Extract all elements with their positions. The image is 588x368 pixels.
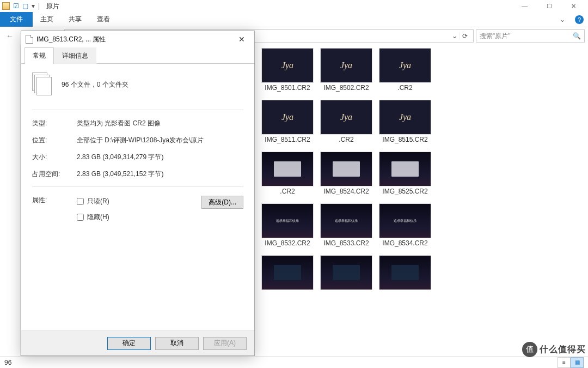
thumbnail: 追求幸福和快乐 [379,203,431,238]
dialog-tabs: 常规 详细信息 [21,47,254,64]
tab-general[interactable]: 常规 [24,47,54,64]
qat-folder-icon[interactable]: ▢ [22,2,28,10]
disk-value: 2.83 GB (3,049,521,152 字节) [77,170,243,179]
properties-dialog: IMG_8513.CR2, ... 属性 ✕ 常规 详细信息 96 个文件，0 … [21,31,255,356]
file-item[interactable]: IMG_8524.CR2 [318,152,375,203]
thumbnail: Jya [320,48,372,83]
advanced-button[interactable]: 高级(D)... [201,196,243,209]
watermark-text: 什么值得买 [540,344,586,355]
home-tab[interactable]: 主页 [33,12,61,27]
divider [32,186,243,187]
file-item[interactable]: 追求幸福和快乐IMG_8532.CR2 [259,203,316,255]
document-icon [26,35,33,44]
dialog-titlebar[interactable]: IMG_8513.CR2, ... 属性 ✕ [21,31,254,47]
dialog-close-button[interactable]: ✕ [234,35,250,44]
ok-button[interactable]: 确定 [107,337,151,350]
share-tab[interactable]: 共享 [61,12,89,27]
qat-dropdown-icon[interactable]: ▾ [32,2,35,10]
dialog-title: IMG_8513.CR2, ... 属性 [36,35,234,44]
ribbon: 文件 主页 共享 查看 ⌄ ? [0,12,588,27]
thumbnail: Jya [320,100,372,135]
file-item[interactable]: Jya.CR2 [318,100,375,151]
thumbnail [261,255,314,290]
file-item[interactable]: IMG_8525.CR2 [377,152,433,203]
dialog-buttons: 确定 取消 应用(A) [21,330,254,355]
details-view-button[interactable]: ≡ [558,357,571,368]
thumbnail: Jya [261,100,314,135]
file-item[interactable]: 追求幸福和快乐IMG_8534.CR2 [377,203,433,255]
folder-icon [2,2,10,10]
attr-label: 属性: [32,196,77,205]
thumbnail [320,255,372,290]
cancel-button[interactable]: 取消 [155,337,199,350]
file-name: IMG_8534.CR2 [382,239,427,247]
disk-label: 占用空间: [32,170,77,179]
search-icon[interactable]: 🔍 [573,32,581,40]
dialog-body: 96 个文件，0 个文件夹 类型: 类型均为 光影看图 CR2 图像 位置: 全… [21,64,254,330]
item-count: 96 [4,359,11,366]
location-label: 位置: [32,136,77,145]
thumbnail: Jya [379,100,431,135]
divider: | [38,2,40,10]
file-item[interactable]: JyaIMG_8515.CR2 [377,100,433,151]
thumbnail: Jya [379,48,431,83]
file-name: IMG_8524.CR2 [323,188,369,195]
file-name: IMG_8525.CR2 [382,188,427,195]
file-name: IMG_8502.CR2 [323,84,369,92]
apply-button[interactable]: 应用(A) [203,337,247,350]
ribbon-expand-icon[interactable]: ⌄ [554,12,571,27]
file-name: IMG_8515.CR2 [382,136,427,143]
minimize-button[interactable]: — [512,0,537,12]
file-item[interactable] [259,255,316,306]
file-name: .CR2 [339,136,353,143]
hidden-checkbox[interactable]: 隐藏(H) [77,213,201,222]
tab-details[interactable]: 详细信息 [54,47,96,64]
search-input[interactable]: 搜索"原片" 🔍 [476,29,585,43]
file-tab[interactable]: 文件 [0,12,33,27]
file-name: IMG_8511.CR2 [265,136,310,143]
file-item[interactable]: 追求幸福和快乐IMG_8533.CR2 [318,203,375,255]
file-name: .CR2 [280,188,295,195]
thumbnail: 追求幸福和快乐 [261,203,314,238]
size-label: 大小: [32,153,77,162]
window-title: 原片 [46,2,59,11]
thumbnail [379,152,431,186]
file-name: .CR2 [397,84,412,92]
size-value: 2.83 GB (3,049,314,279 字节) [77,153,243,162]
thumbnail: Jya [261,48,314,83]
watermark: 值 什么值得买 [522,342,586,357]
close-button[interactable]: ✕ [561,0,586,12]
sidebar[interactable] [0,45,21,356]
readonly-checkbox[interactable]: 只读(R) [77,197,201,206]
breadcrumb-dropdown-icon[interactable]: ⌄ [450,32,460,40]
file-item[interactable]: JyaIMG_8501.CR2 [259,48,316,99]
thumbnail: 追求幸福和快乐 [320,203,372,238]
refresh-icon[interactable]: ⟳ [460,32,470,40]
divider [32,110,243,110]
type-label: 类型: [32,119,77,128]
file-item[interactable] [318,255,375,306]
thumbnails-view-button[interactable]: ▦ [571,357,584,368]
maximize-button[interactable]: ☐ [537,0,561,12]
file-item[interactable]: .CR2 [259,152,316,203]
thumbnail [379,255,431,290]
statusbar: 96 ≡ ▦ [0,356,588,368]
location-value: 全部位于 D:\评测-WIP\1208-Jya发布会\原片 [77,136,243,145]
file-name: IMG_8532.CR2 [265,239,310,247]
search-placeholder: 搜索"原片" [480,32,573,41]
file-name: IMG_8533.CR2 [323,239,369,247]
file-item[interactable]: Jya.CR2 [377,48,433,99]
view-tab[interactable]: 查看 [89,12,118,27]
watermark-icon: 值 [522,342,537,357]
multi-file-icon [32,73,53,96]
help-icon[interactable]: ? [575,15,584,24]
thumbnail [261,152,314,186]
file-item[interactable]: JyaIMG_8511.CR2 [259,100,316,151]
qat-properties-icon[interactable]: ☑ [13,2,19,10]
file-item[interactable] [377,255,433,306]
file-item[interactable]: JyaIMG_8502.CR2 [318,48,375,99]
file-name: IMG_8501.CR2 [265,84,310,92]
titlebar: ☑ ▢ ▾ | 原片 — ☐ ✕ [0,0,588,12]
type-value: 类型均为 光影看图 CR2 图像 [77,119,243,128]
back-button[interactable]: ← [3,29,16,43]
